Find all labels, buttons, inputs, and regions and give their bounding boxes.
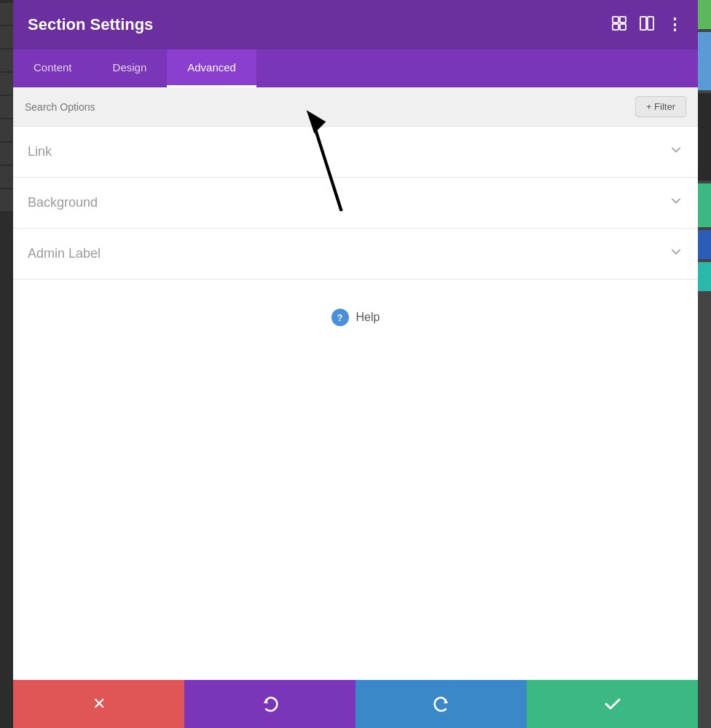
svg-rect-5 xyxy=(648,17,653,30)
accordion-admin-label-header[interactable]: Admin Label xyxy=(13,229,698,279)
filter-button[interactable]: + Filter xyxy=(635,96,686,117)
redo-button[interactable] xyxy=(356,680,527,728)
right-background-strip xyxy=(698,0,711,728)
panel-title: Section Settings xyxy=(28,15,153,34)
save-button[interactable] xyxy=(527,680,698,728)
more-options-icon[interactable]: ⋮ xyxy=(667,15,683,34)
chevron-background-icon xyxy=(669,194,683,212)
panel-header: Section Settings ⋮ xyxy=(13,0,698,50)
accordion-background-header[interactable]: Background xyxy=(13,178,698,228)
svg-rect-2 xyxy=(613,24,618,30)
tab-content[interactable]: Content xyxy=(13,50,93,87)
svg-rect-0 xyxy=(613,17,618,23)
accordion-admin-label: Admin Label xyxy=(13,229,698,280)
footer-buttons: ✕ xyxy=(13,680,698,728)
tab-advanced[interactable]: Advanced xyxy=(167,50,256,87)
cancel-button[interactable]: ✕ xyxy=(13,680,184,728)
header-icons: ⋮ xyxy=(611,15,683,35)
search-bar: + Filter xyxy=(13,87,698,127)
help-text[interactable]: Help xyxy=(356,311,380,324)
help-icon[interactable]: ? xyxy=(331,309,349,326)
expand-icon[interactable] xyxy=(611,15,627,35)
columns-icon[interactable] xyxy=(639,15,655,35)
left-background-strip xyxy=(0,0,13,728)
svg-rect-3 xyxy=(620,24,626,30)
search-input[interactable] xyxy=(25,101,170,113)
accordion-link: Link xyxy=(13,127,698,178)
undo-button[interactable] xyxy=(184,680,356,728)
accordion-admin-label-label: Admin Label xyxy=(28,246,101,261)
tabs-container: Content Design Advanced xyxy=(13,50,698,87)
svg-rect-1 xyxy=(620,17,626,23)
accordion-link-label: Link xyxy=(28,144,52,159)
accordion-link-header[interactable]: Link xyxy=(13,127,698,177)
accordion-background-label: Background xyxy=(28,195,98,210)
chevron-link-icon xyxy=(669,143,683,161)
accordion-background: Background xyxy=(13,178,698,229)
help-section: ? Help xyxy=(13,280,698,355)
content-area: Link Background Ad xyxy=(13,127,698,680)
tab-design[interactable]: Design xyxy=(93,50,168,87)
svg-rect-4 xyxy=(640,17,646,30)
chevron-admin-label-icon xyxy=(669,245,683,263)
section-settings-panel: Section Settings ⋮ Content xyxy=(13,0,698,728)
